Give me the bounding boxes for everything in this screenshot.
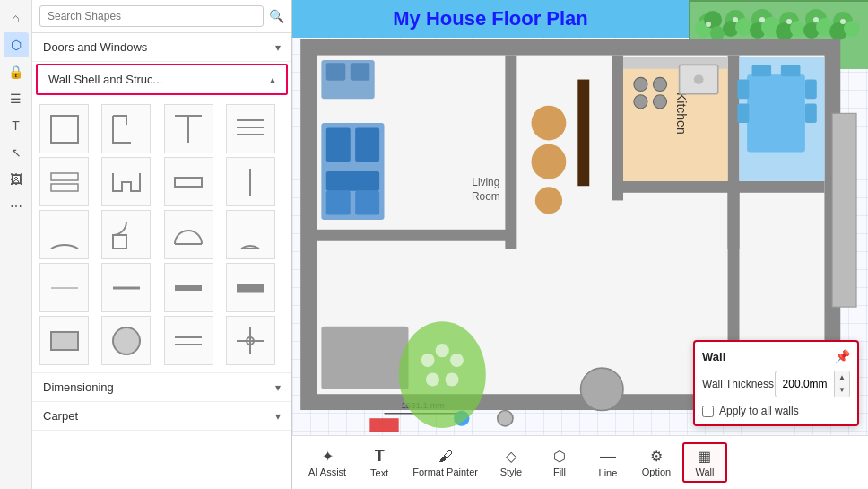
svg-rect-59 [302,230,515,241]
shape-plain[interactable] [164,157,213,206]
section-carpet[interactable]: Carpet ▾ [32,402,291,431]
shape-rect-lines[interactable] [39,157,89,206]
shape-thick-line[interactable] [164,263,213,312]
svg-rect-69 [326,63,346,80]
toolbar-line[interactable]: — Line [586,443,630,482]
text-icon: T [375,447,385,466]
line-label: Line [599,467,618,478]
section-doors-windows-label: Doors and Windows [43,40,147,54]
fill-label: Fill [553,467,566,477]
left-icon-strip: ⌂ ⬡ 🔒 ☰ T ↖ 🖼 ⋯ [0,0,32,489]
toolbar-fill[interactable]: ⬡ Fill [537,444,582,481]
section-dimensioning-label: Dimensioning [43,380,114,394]
wall-popup-header: Wall 📌 [702,349,850,363]
svg-point-43 [844,21,860,37]
svg-point-79 [532,144,567,179]
toolbar-style[interactable]: ◇ Style [489,444,534,481]
image-icon-btn[interactable]: 🖼 [4,167,29,192]
shapes-icon-btn[interactable]: ⬡ [4,32,29,57]
svg-rect-73 [355,128,379,162]
svg-point-78 [532,106,567,141]
svg-point-86 [653,95,666,109]
sidebar: 🔍 Doors and Windows ▾ Wall Shell and Str… [32,0,292,489]
svg-rect-74 [326,171,379,191]
shape-t[interactable] [164,104,213,153]
shape-arc2[interactable] [101,210,151,259]
svg-rect-91 [737,104,749,124]
svg-point-105 [426,372,439,386]
search-icon-btn[interactable]: 🔍 [269,9,284,23]
format-painter-icon: 🖌 [438,449,453,465]
shape-thick-line2[interactable] [226,263,275,312]
toolbar-wall[interactable]: ▦ Wall [682,442,727,483]
shape-notch[interactable] [101,157,151,206]
svg-point-88 [694,74,704,84]
apply-all-label: Apply to all walls [719,405,799,417]
thickness-down-arrow[interactable]: ▼ [835,384,849,397]
svg-point-106 [445,372,458,386]
shape-half-arc[interactable] [164,210,213,259]
layers-icon-btn[interactable]: ☰ [4,86,29,111]
svg-rect-6 [51,173,78,180]
toolbar-option[interactable]: ⚙ Option [634,444,679,481]
bottom-toolbar: ✦ AI Assist T Text 🖌 Format Painter ◇ St… [292,435,868,489]
svg-rect-72 [326,128,351,162]
svg-rect-0 [51,116,78,143]
svg-point-44 [706,22,711,27]
lock-icon-btn[interactable]: 🔒 [4,59,29,84]
chevron-down-icon-dim: ▾ [275,381,281,394]
text-icon-btn[interactable]: T [4,113,29,138]
shape-l[interactable] [101,104,151,153]
svg-point-84 [653,77,666,91]
svg-rect-57 [612,181,824,193]
search-input[interactable] [39,5,264,27]
shape-arc1[interactable] [39,210,89,259]
shape-thin-line[interactable] [39,263,89,312]
svg-text:Room: Room [472,190,500,203]
svg-point-48 [813,17,819,22]
toolbar-text[interactable]: T Text [357,443,402,482]
section-wall-shell[interactable]: Wall Shell and Struc... ▴ [36,64,288,95]
pin-icon[interactable]: 📌 [835,349,850,363]
shape-circle[interactable] [101,316,151,365]
svg-point-104 [450,354,464,367]
chevron-down-icon-carpet: ▾ [275,410,281,423]
svg-rect-90 [737,80,749,100]
svg-text:Living: Living [472,176,499,188]
wall-icon: ▦ [698,448,711,465]
toolbar-format-painter[interactable]: 🖌 Format Painter [405,445,485,481]
shape-arc3[interactable] [226,210,275,259]
shape-double-line[interactable] [164,316,213,365]
wall-thickness-label: Wall Thickness [702,378,774,390]
shape-filled-rect[interactable] [39,316,89,365]
home-icon-btn[interactable]: ⌂ [4,5,29,31]
svg-rect-77 [321,327,408,389]
cursor-icon-btn[interactable]: ↖ [4,140,29,165]
shape-square[interactable] [39,104,89,153]
svg-rect-17 [51,332,78,350]
dots-icon-btn[interactable]: ⋯ [4,194,29,219]
thickness-input[interactable]: 200.0mm ▲ ▼ [775,371,850,397]
ai-assist-icon: ✦ [322,448,334,465]
toolbar-ai-assist[interactable]: ✦ AI Assist [301,444,353,481]
svg-rect-51 [302,40,839,55]
shape-medium-line[interactable] [101,263,151,312]
svg-point-102 [421,354,435,367]
apply-all-checkbox[interactable] [702,406,714,417]
section-doors-windows[interactable]: Doors and Windows ▾ [32,33,291,62]
option-icon: ⚙ [650,448,663,465]
svg-point-80 [535,187,562,214]
section-wall-shell-label: Wall Shell and Struc... [48,73,162,86]
canvas-area[interactable]: My House Floor Plan K [292,0,868,489]
svg-point-45 [733,17,738,22]
shape-lines[interactable] [226,104,275,153]
section-dimensioning[interactable]: Dimensioning ▾ [32,373,291,402]
shapes-grid [32,97,291,373]
shape-cross[interactable] [226,316,275,365]
svg-rect-75 [326,191,351,215]
option-label: Option [642,467,671,477]
chevron-down-icon: ▾ [275,41,281,54]
shape-vertical[interactable] [226,157,275,206]
thickness-up-arrow[interactable]: ▲ [835,371,849,384]
svg-rect-76 [355,191,379,215]
